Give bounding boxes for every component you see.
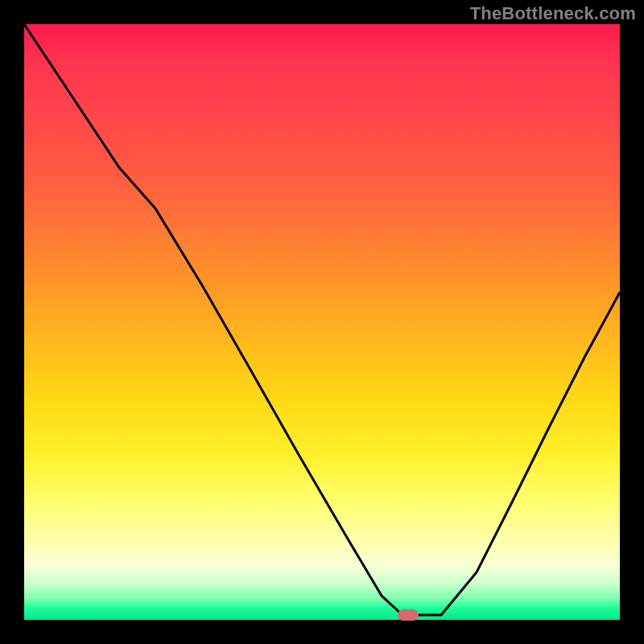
bottleneck-curve <box>24 24 620 620</box>
ideal-marker <box>398 609 419 621</box>
plot-area <box>24 24 620 620</box>
curve-path <box>24 24 620 615</box>
chart-frame: TheBottleneck.com <box>0 0 644 644</box>
attribution-text: TheBottleneck.com <box>470 3 636 24</box>
